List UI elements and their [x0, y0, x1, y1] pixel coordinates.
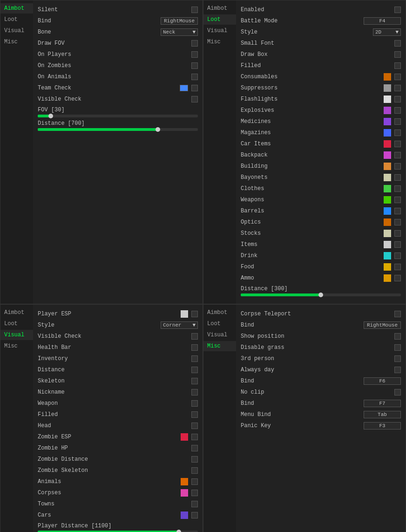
sidebar-item-misc-4[interactable]: Misc	[203, 341, 236, 351]
checkbox-suppressors[interactable]	[394, 85, 401, 91]
sidebar-item-misc-2[interactable]: Misc	[203, 37, 236, 47]
keybind-rightmouse[interactable]: RightMouse	[161, 17, 198, 25]
keybind-f7[interactable]: F7	[364, 400, 401, 407]
swatch-magazines[interactable]	[384, 129, 391, 136]
slider-distance-aimbot-thumb[interactable]	[156, 127, 160, 132]
checkbox-barrels[interactable]	[394, 208, 401, 214]
dropdown-style-loot[interactable]: 2D ▼	[373, 28, 401, 36]
checkbox-enabled[interactable]	[394, 7, 401, 13]
swatch-food[interactable]	[384, 263, 391, 271]
sidebar-item-loot-3[interactable]: Loot	[0, 319, 33, 329]
checkbox-player-esp[interactable]	[191, 311, 198, 317]
checkbox-bayonets[interactable]	[394, 174, 401, 181]
swatch-drink[interactable]	[384, 252, 391, 259]
checkbox-no-clip[interactable]	[394, 389, 401, 396]
checkbox-explosives[interactable]	[394, 107, 401, 114]
keybind-f4[interactable]: F4	[364, 17, 401, 25]
swatch-barrels[interactable]	[384, 207, 391, 215]
checkbox-food[interactable]	[394, 264, 401, 270]
checkbox-backpack[interactable]	[394, 152, 401, 158]
checkbox-small-font[interactable]	[394, 40, 401, 47]
sidebar-item-loot-4[interactable]: Loot	[203, 319, 236, 329]
checkbox-animals-visual[interactable]	[191, 478, 198, 485]
swatch-consumables[interactable]	[384, 73, 391, 81]
sidebar-item-visual-2[interactable]: Visual	[203, 26, 236, 36]
sidebar-item-visual-3[interactable]: Visual	[0, 330, 33, 340]
sidebar-item-aimbot-4[interactable]: Aimbot	[203, 307, 236, 318]
swatch-weapons[interactable]	[384, 196, 391, 204]
swatch-clothes[interactable]	[384, 185, 391, 192]
checkbox-health-bar[interactable]	[191, 344, 198, 351]
checkbox-team-check[interactable]	[191, 85, 198, 91]
sidebar-item-misc-3[interactable]: Misc	[0, 341, 33, 351]
checkbox-draw-box[interactable]	[394, 51, 401, 58]
checkbox-filled-loot[interactable]	[394, 62, 401, 69]
sidebar-item-loot-1[interactable]: Loot	[0, 14, 33, 25]
checkbox-corpses[interactable]	[191, 490, 198, 496]
checkbox-zombie-hp[interactable]	[191, 445, 198, 451]
keybind-f6[interactable]: F6	[364, 377, 401, 385]
sidebar-item-aimbot-3[interactable]: Aimbot	[0, 307, 33, 318]
checkbox-consumables[interactable]	[394, 74, 401, 80]
swatch-items[interactable]	[384, 241, 391, 248]
checkbox-visible-check-visual[interactable]	[191, 333, 198, 340]
checkbox-weapons[interactable]	[394, 197, 401, 203]
checkbox-draw-fov[interactable]	[191, 40, 198, 47]
checkbox-stocks[interactable]	[394, 230, 401, 237]
swatch-explosives[interactable]	[384, 107, 391, 114]
checkbox-disable-grass[interactable]	[394, 344, 401, 351]
checkbox-show-position[interactable]	[394, 333, 401, 340]
checkbox-ammo[interactable]	[394, 275, 401, 281]
checkbox-always-day[interactable]	[394, 367, 401, 373]
keybind-rightmouse-misc[interactable]: RightMouse	[364, 321, 401, 329]
checkbox-distance-visual[interactable]	[191, 367, 198, 373]
checkbox-optics[interactable]	[394, 219, 401, 225]
slider-distance-loot-track[interactable]	[241, 293, 401, 296]
checkbox-corpse-teleport[interactable]	[394, 311, 401, 317]
swatch-flashlights[interactable]	[384, 95, 391, 103]
checkbox-zombie-skeleton[interactable]	[191, 467, 198, 474]
swatch-stocks[interactable]	[384, 230, 391, 237]
checkbox-towns[interactable]	[191, 501, 198, 507]
slider-fov-track[interactable]	[38, 115, 198, 117]
checkbox-weapon[interactable]	[191, 400, 198, 407]
slider-distance-loot-thumb[interactable]	[318, 293, 323, 297]
swatch-medicines[interactable]	[384, 118, 391, 125]
checkbox-zombie-esp[interactable]	[191, 434, 198, 440]
swatch-animals[interactable]	[181, 478, 188, 485]
swatch-building[interactable]	[384, 163, 391, 170]
checkbox-silent[interactable]	[191, 7, 198, 13]
checkbox-flashlights[interactable]	[394, 96, 401, 102]
slider-player-distance-thumb[interactable]	[176, 530, 181, 532]
checkbox-nickname[interactable]	[191, 389, 198, 396]
swatch-zombie-esp[interactable]	[181, 433, 188, 441]
checkbox-items[interactable]	[394, 241, 401, 248]
checkbox-building[interactable]	[394, 163, 401, 170]
checkbox-filled-visual[interactable]	[191, 411, 198, 418]
checkbox-skeleton[interactable]	[191, 378, 198, 384]
swatch-ammo[interactable]	[384, 274, 391, 282]
swatch-optics[interactable]	[384, 218, 391, 226]
checkbox-drink[interactable]	[394, 252, 401, 259]
checkbox-head[interactable]	[191, 423, 198, 429]
checkbox-on-animals[interactable]	[191, 74, 198, 80]
keybind-f3[interactable]: F3	[364, 422, 401, 430]
dropdown-bone[interactable]: Neck ▼	[161, 28, 198, 36]
swatch-suppressors[interactable]	[384, 84, 391, 92]
checkbox-medicines[interactable]	[394, 118, 401, 125]
sidebar-item-misc-1[interactable]: Misc	[0, 37, 33, 47]
slider-distance-aimbot-track[interactable]	[38, 128, 198, 131]
swatch-bayonets[interactable]	[384, 174, 391, 181]
checkbox-inventory[interactable]	[191, 355, 198, 362]
swatch-player-esp[interactable]	[181, 310, 188, 318]
swatch-cars[interactable]	[181, 512, 188, 519]
sidebar-item-aimbot-1[interactable]: Aimbot	[0, 3, 33, 14]
sidebar-item-aimbot-2[interactable]: Aimbot	[203, 3, 236, 14]
slider-fov-thumb[interactable]	[48, 114, 53, 118]
checkbox-clothes[interactable]	[394, 185, 401, 192]
checkbox-visible-check-aimbot[interactable]	[191, 96, 198, 102]
sidebar-item-loot-2[interactable]: Loot	[203, 14, 236, 25]
checkbox-car-items[interactable]	[394, 141, 401, 147]
checkbox-zombie-distance[interactable]	[191, 456, 198, 463]
keybind-tab[interactable]: Tab	[364, 411, 401, 418]
